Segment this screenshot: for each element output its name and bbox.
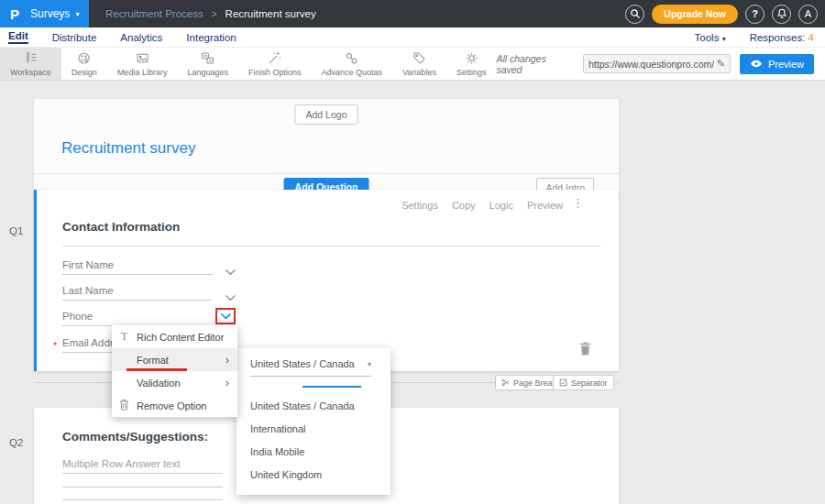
answer-row-line — [62, 487, 223, 488]
format-option-international[interactable]: International — [250, 423, 306, 434]
survey-title[interactable]: Recruitment survey — [34, 132, 619, 173]
delete-question-button[interactable] — [579, 342, 591, 359]
question-actions: Settings Copy Logic Preview — [402, 200, 563, 211]
search-icon — [630, 8, 641, 19]
responses-link[interactable]: Responses: 4 — [750, 32, 814, 43]
media-library-icon — [135, 50, 150, 66]
breadcrumb: Recruitment Process > Recruitment survey — [105, 8, 316, 19]
design-palette-icon — [76, 50, 92, 66]
menu-item-remove-option[interactable]: Remove Option — [112, 394, 237, 417]
toolbar-advance-quotas[interactable]: Advance Quotas — [311, 48, 392, 80]
row-options-context-menu: T Rich Content Editor Format › Validatio… — [112, 325, 237, 417]
field-first-name[interactable]: First Name — [62, 259, 213, 275]
question-title-q1[interactable]: Contact Information — [62, 220, 600, 247]
separator-icon — [559, 378, 567, 387]
survey-header-card: Add Logo Recruitment survey Add Question… — [34, 99, 619, 198]
active-indicator — [302, 386, 361, 388]
question-logic-link[interactable]: Logic — [490, 200, 513, 211]
question-preview-link[interactable]: Preview — [527, 200, 563, 211]
question-number-q2: Q2 — [9, 437, 23, 448]
chevron-down-icon: ▾ — [75, 10, 79, 18]
menu-item-validation[interactable]: Validation › — [112, 371, 237, 394]
survey-nav: Edit Distribute Analytics Integration To… — [0, 27, 825, 48]
menu-item-rich-content-editor[interactable]: T Rich Content Editor — [112, 325, 237, 348]
toolbar-finish-options[interactable]: Finish Options — [238, 48, 312, 80]
toolbar-media-library[interactable]: Media Library — [107, 48, 178, 80]
required-asterisk: * — [53, 340, 57, 351]
field-phone[interactable]: Phone — [62, 311, 213, 326]
survey-url-box: ✎ — [583, 54, 731, 73]
variables-tag-icon — [412, 50, 427, 66]
avatar-letter: A — [805, 8, 811, 19]
kebab-menu-icon[interactable]: ⋮ — [572, 196, 584, 210]
tab-distribute[interactable]: Distribute — [52, 32, 97, 43]
languages-icon: A — [200, 50, 215, 66]
question-copy-link[interactable]: Copy — [452, 200, 476, 211]
trash-outline-icon — [112, 399, 137, 412]
toolbar-settings[interactable]: Settings — [446, 48, 497, 80]
account-avatar[interactable]: A — [798, 5, 818, 24]
toolbar-languages[interactable]: A Languages — [177, 48, 238, 80]
add-logo-button[interactable]: Add Logo — [295, 104, 358, 125]
chevron-down-icon: ▾ — [722, 35, 726, 43]
settings-gear-icon — [464, 50, 479, 66]
multi-row-answer-field[interactable]: Multiple Row Answer text — [62, 458, 223, 474]
bell-icon — [776, 8, 787, 19]
workspace-icon — [23, 50, 38, 66]
toolbar-variables[interactable]: Variables — [392, 48, 446, 80]
question-settings-link[interactable]: Settings — [402, 200, 438, 211]
upgrade-now-button[interactable]: Upgrade Now — [652, 5, 738, 24]
question-mark-icon: ? — [752, 8, 758, 19]
top-navbar: P Surveys ▾ Recruitment Process > Recrui… — [0, 0, 825, 27]
question-title-q2[interactable]: Comments/Suggestions: — [62, 430, 208, 444]
survey-url-input[interactable] — [588, 59, 714, 70]
page-break-scissors-icon — [501, 378, 510, 387]
format-select[interactable]: United States / Canada ▾ — [250, 358, 371, 377]
save-status: All changes saved — [496, 53, 574, 75]
breadcrumb-current: Recruitment survey — [226, 8, 316, 19]
tab-analytics[interactable]: Analytics — [120, 32, 162, 43]
tools-dropdown[interactable]: Tools ▾ — [695, 32, 726, 43]
preview-button[interactable]: Preview — [740, 54, 814, 74]
format-option-united-kingdom[interactable]: United Kingdom — [250, 469, 322, 480]
answer-row-line — [62, 499, 223, 500]
rich-text-icon: T — [112, 330, 137, 344]
eye-icon — [750, 60, 763, 68]
row-options-chevron-icon-active[interactable] — [220, 312, 232, 320]
responses-count: 4 — [808, 32, 814, 43]
editor-toolbar: Workspace Design Media Library A Languag… — [0, 48, 825, 81]
notifications-button[interactable] — [772, 5, 791, 24]
breadcrumb-parent[interactable]: Recruitment Process — [105, 8, 204, 19]
format-option-india-mobile[interactable]: India Mobile — [250, 446, 304, 457]
toolbar-workspace[interactable]: Workspace — [0, 48, 61, 80]
row-options-chevron-icon[interactable] — [225, 289, 236, 305]
phone-format-submenu: United States / Canada ▾ United States /… — [236, 348, 390, 495]
format-option-us-canada[interactable]: United States / Canada — [250, 400, 355, 411]
annotation-underline — [126, 368, 187, 371]
toolbar-design[interactable]: Design — [61, 48, 107, 80]
trash-icon — [579, 342, 591, 356]
advance-quotas-icon — [344, 50, 359, 66]
breadcrumb-separator-icon: > — [212, 9, 217, 19]
tab-integration[interactable]: Integration — [186, 32, 236, 43]
separator-button[interactable]: Separator — [553, 375, 614, 390]
help-button[interactable]: ? — [745, 5, 764, 24]
finish-options-wand-icon — [267, 50, 282, 66]
row-options-chevron-icon[interactable] — [225, 263, 236, 279]
svg-text:A: A — [209, 59, 213, 63]
select-caret-icon: ▾ — [368, 360, 371, 368]
questionpro-logo-icon: P — [10, 6, 19, 22]
search-button[interactable] — [625, 5, 644, 24]
product-label: Surveys — [30, 7, 70, 20]
tab-edit[interactable]: Edit — [8, 30, 28, 44]
surveys-menu[interactable]: P Surveys ▾ — [0, 0, 89, 27]
annotation-highlight-box — [215, 308, 236, 324]
question-number-q1: Q1 — [9, 225, 23, 236]
submenu-arrow-icon: › — [226, 376, 229, 389]
field-last-name[interactable]: Last Name — [62, 285, 213, 301]
edit-url-pencil-icon[interactable]: ✎ — [717, 58, 725, 70]
submenu-arrow-icon: › — [226, 353, 229, 367]
